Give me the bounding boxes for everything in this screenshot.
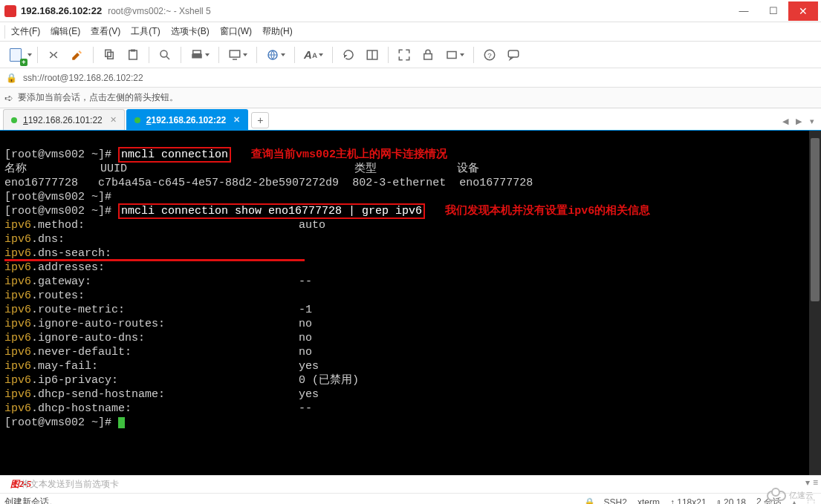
title-host: 192.168.26.102:22 xyxy=(21,5,102,16)
toolbar: + Aᴀ ? xyxy=(0,42,821,68)
svg-rect-3 xyxy=(131,49,135,51)
columns-icon[interactable] xyxy=(361,45,383,65)
tab-strip: 1 192.168.26.101:22 ✕ 2 192.168.26.102:2… xyxy=(0,108,821,131)
title-subtitle: root@vms002:~ - Xshell 5 xyxy=(108,6,211,16)
minimize-button[interactable]: — xyxy=(729,1,759,21)
tab-close-icon[interactable]: ✕ xyxy=(233,115,240,125)
hint-text: 要添加当前会话，点击左侧的箭头按钮。 xyxy=(18,91,178,104)
v-rm: -1 xyxy=(299,304,312,316)
font-icon[interactable]: Aᴀ xyxy=(299,45,328,65)
terminal-scrollbar[interactable] xyxy=(809,131,821,475)
svg-rect-7 xyxy=(192,53,202,58)
address-url[interactable]: ssh://root@192.168.26.102:22 xyxy=(23,73,143,83)
v-mf: yes xyxy=(299,360,319,373)
status-lock-icon: 🔒 xyxy=(584,497,595,505)
v-method: auto xyxy=(299,219,325,232)
watermark: 亿速云 xyxy=(767,490,814,501)
k-rm: ipv6 xyxy=(4,304,31,316)
status-term: xterm xyxy=(637,497,660,505)
v-iad: no xyxy=(299,332,312,344)
cut-icon[interactable] xyxy=(42,45,65,65)
svg-point-4 xyxy=(160,50,167,57)
tab-2-label: 192.168.26.102:22 xyxy=(151,115,226,125)
refresh-icon[interactable] xyxy=(337,45,360,65)
hint-arrow-icon[interactable]: ➪ xyxy=(4,92,13,104)
tab-scroll-left-icon[interactable]: ◀ xyxy=(779,115,791,127)
tab-list-icon[interactable]: ▾ xyxy=(806,115,818,127)
screen-icon[interactable] xyxy=(224,45,252,65)
connection-dot-icon xyxy=(11,117,17,123)
titlebar: 192.168.26.102:22 root@vms002:~ - Xshell… xyxy=(0,0,821,22)
v-dsh: yes xyxy=(299,388,319,401)
menu-help[interactable]: 帮助(H) xyxy=(262,25,293,38)
close-window-button[interactable]: ✕ xyxy=(788,1,818,21)
svg-text:?: ? xyxy=(487,50,492,59)
status-pos: 20,18 xyxy=(724,497,746,505)
status-protocol: SSH2 xyxy=(604,497,627,505)
v-nd: no xyxy=(299,346,312,359)
terminal[interactable]: [root@vms002 ~]# nmcli connection 查询当前vm… xyxy=(0,131,809,475)
tab-1[interactable]: 1 192.168.26.101:22 ✕ xyxy=(3,109,125,130)
input-panel-icon[interactable]: ≡ xyxy=(813,477,818,488)
address-bar: 🔒 ssh://root@192.168.26.102:22 xyxy=(0,68,821,88)
tab-scroll-right-icon[interactable]: ▶ xyxy=(793,115,805,127)
input-dropdown-icon[interactable]: ▾ xyxy=(805,477,810,488)
cursor-icon xyxy=(118,417,125,428)
copy-icon[interactable] xyxy=(98,45,120,65)
tab-2[interactable]: 2 192.168.26.102:22 ✕ xyxy=(126,109,248,130)
lock-icon[interactable] xyxy=(417,45,439,65)
svg-rect-8 xyxy=(230,50,240,57)
status-bar: 创建新会话。 🔒 SSH2 xterm ↕ 118x21 ⫾ 20,18 2 会… xyxy=(0,493,821,504)
prompt: [root@vms002 ~]# xyxy=(4,148,118,161)
menu-tools[interactable]: 工具(T) xyxy=(131,25,160,38)
svg-rect-6 xyxy=(193,50,201,54)
terminal-area: [root@vms002 ~]# nmcli connection 查询当前vm… xyxy=(0,131,821,475)
figure-label: 图2-5 xyxy=(10,478,31,491)
v-gw: -- xyxy=(299,275,312,288)
menu-file[interactable]: 文件(F) xyxy=(11,25,40,38)
input-placeholder[interactable]: 将文本发送到当前选项卡 xyxy=(21,478,119,491)
menu-window[interactable]: 窗口(W) xyxy=(220,25,252,38)
annotation-1: 查询当前vms002主机上的网卡连接情况 xyxy=(251,148,447,161)
k-addr: ipv6 xyxy=(4,261,31,274)
tab-close-icon[interactable]: ✕ xyxy=(110,115,117,125)
cloud-icon xyxy=(767,491,786,501)
paint-icon[interactable] xyxy=(66,45,88,65)
view-mode-icon[interactable] xyxy=(441,45,469,65)
search-icon[interactable] xyxy=(154,45,176,65)
fullscreen-icon[interactable] xyxy=(393,45,415,65)
new-session-button[interactable]: + xyxy=(4,45,33,65)
svg-line-5 xyxy=(166,56,169,59)
cmd2: nmcli connection show eno16777728 | grep… xyxy=(118,203,425,219)
k-iar: ipv6 xyxy=(4,318,31,330)
globe-icon[interactable] xyxy=(262,45,290,65)
tab-add-button[interactable]: + xyxy=(251,112,269,128)
app-icon xyxy=(4,5,16,17)
watermark-text: 亿速云 xyxy=(789,490,814,501)
k-dsh: ipv6 xyxy=(4,388,31,401)
k-iad: ipv6 xyxy=(4,332,31,344)
print-icon[interactable] xyxy=(186,45,214,65)
help-icon[interactable]: ? xyxy=(478,45,501,65)
row-device: eno16777728 xyxy=(459,177,533,189)
input-strip: 将文本发送到当前选项卡 图2-5 ▾ ≡ xyxy=(0,475,821,493)
menu-view[interactable]: 查看(V) xyxy=(91,25,120,38)
svg-rect-2 xyxy=(129,50,137,59)
k-dnss: ipv6 xyxy=(4,247,31,260)
k-method: ipv6 xyxy=(4,219,31,232)
hint-bar: ➪ 要添加当前会话，点击左侧的箭头按钮。 xyxy=(0,88,821,108)
k-dh: ipv6 xyxy=(4,402,31,415)
svg-rect-14 xyxy=(447,51,456,58)
chat-icon[interactable] xyxy=(502,45,525,65)
row-name: eno16777728 xyxy=(4,177,78,189)
maximize-button[interactable]: ☐ xyxy=(759,1,788,21)
menu-edit[interactable]: 编辑(E) xyxy=(51,25,80,38)
tab-1-label: 192.168.26.101:22 xyxy=(28,115,103,125)
paste-icon[interactable] xyxy=(122,45,144,65)
row-uuid: c7b4a45a-c645-4e57-88d2-2be5907272d9 xyxy=(98,177,339,189)
k-dns: ipv6 xyxy=(4,233,31,246)
hdr-name: 名称 xyxy=(4,163,27,175)
menu-tab[interactable]: 选项卡(B) xyxy=(171,25,210,38)
cmd1: nmcli connection xyxy=(118,147,231,163)
scrollbar-thumb[interactable] xyxy=(811,138,820,301)
